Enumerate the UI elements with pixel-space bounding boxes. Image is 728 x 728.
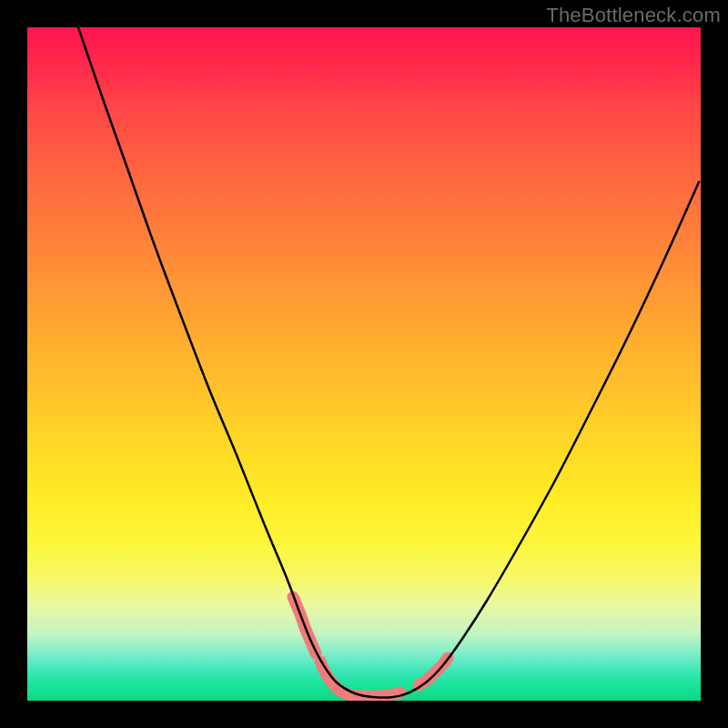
trough-highlight-segment: [419, 658, 448, 685]
chart-frame: TheBottleneck.com: [0, 0, 728, 728]
plot-area: [27, 27, 701, 701]
trough-highlight: [293, 597, 448, 696]
main-curve: [78, 27, 699, 698]
curve-layer: [27, 27, 701, 701]
watermark-text: TheBottleneck.com: [546, 4, 721, 27]
